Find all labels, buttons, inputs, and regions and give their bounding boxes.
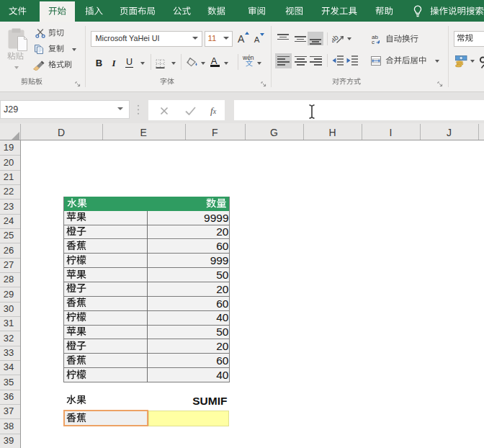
svg-text:ab: ab bbox=[332, 33, 340, 44]
svg-text:c: c bbox=[372, 39, 375, 45]
